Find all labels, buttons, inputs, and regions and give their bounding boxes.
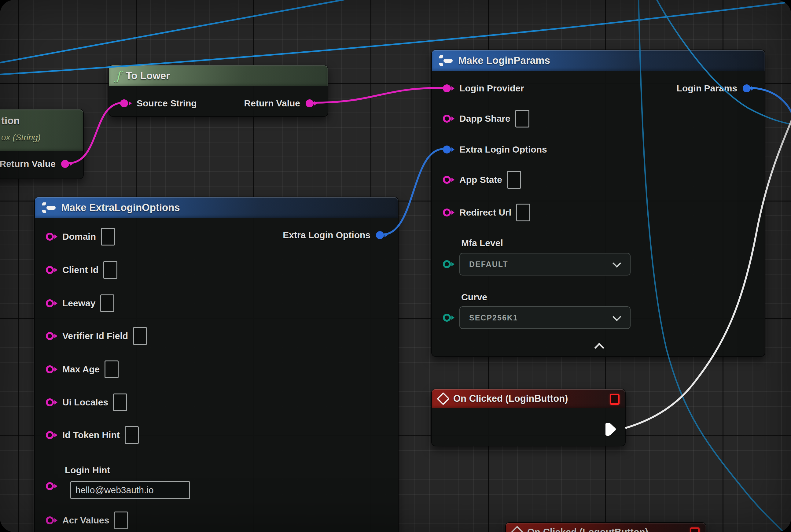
delegate-pin-icon[interactable] — [690, 527, 700, 532]
node-on-clicked-login-button[interactable]: On Clicked (LoginButton) — [431, 388, 626, 446]
input-pin-login-provider[interactable] — [442, 84, 455, 93]
chevron-down-icon — [613, 312, 621, 321]
blueprint-graph-canvas[interactable]: tion ox (String) Return Value ƒ To Lower… — [0, 0, 791, 532]
node-to-lower[interactable]: ƒ To Lower Source String Return Value — [109, 65, 328, 117]
input-pin-redirect-url[interactable] — [442, 208, 455, 217]
mfa-level-dropdown[interactable]: DEFAULT — [459, 253, 631, 276]
mfa-level-selected-value: DEFAULT — [469, 260, 508, 269]
input-pin-domain[interactable] — [45, 232, 57, 241]
pin-label-login-hint: Login Hint — [65, 465, 110, 475]
pin-label-app-state: App State — [459, 175, 502, 185]
pin-label-login-provider: Login Provider — [459, 83, 524, 94]
pin-label-redirect-url: Redirect Url — [459, 207, 512, 218]
client-id-value-box[interactable] — [103, 261, 117, 279]
dapp-share-value-box[interactable] — [515, 110, 529, 128]
node-title: On Clicked (LoginButton) — [453, 393, 568, 404]
node-make-login-params[interactable]: Make LoginParams Login Provider Login Pa… — [431, 50, 765, 357]
node-title: To Lower — [126, 70, 170, 82]
pin-label-extra-login-options-out: Extra Login Options — [283, 230, 370, 240]
node-title: On Clicked (LogoutButton) — [527, 527, 648, 532]
curve-label: Curve — [461, 292, 487, 302]
input-pin-leeway[interactable] — [45, 299, 57, 308]
pin-label-login-params: Login Params — [677, 83, 737, 94]
id-token-hint-value-box[interactable] — [125, 426, 139, 444]
pin-label-domain: Domain — [62, 231, 96, 242]
input-pin-id-token-hint[interactable] — [45, 431, 57, 439]
make-struct-icon — [439, 54, 453, 66]
wire-magenta-tolower-to-loginprovider[interactable] — [312, 88, 444, 103]
pin-label-client-id: Client Id — [62, 265, 98, 275]
node-header[interactable]: Make LoginParams — [432, 50, 765, 71]
delegate-pin-icon[interactable] — [610, 394, 619, 405]
node-subtitle-fragment: ox (String) — [1, 133, 41, 142]
app-state-value-box[interactable] — [507, 171, 521, 189]
blueprint-editor: tion ox (String) Return Value ƒ To Lower… — [0, 0, 791, 532]
pin-label-max-age: Max Age — [62, 364, 100, 375]
pin-label-dapp-share: Dapp Share — [459, 113, 510, 124]
max-age-value-box[interactable] — [104, 360, 119, 378]
exec-output-pin[interactable] — [605, 423, 616, 436]
input-pin-extra-login-options[interactable] — [442, 145, 455, 154]
node-on-clicked-logout-button[interactable]: On Clicked (LogoutButton) — [505, 522, 706, 532]
make-struct-icon — [42, 202, 56, 214]
input-pin-login-hint[interactable] — [45, 482, 57, 490]
pin-label-ui-locales: Ui Locales — [62, 397, 108, 407]
function-icon: ƒ — [116, 70, 120, 82]
leeway-value-box[interactable] — [100, 294, 114, 312]
ui-locales-value-box[interactable] — [113, 394, 127, 411]
collapse-node-chevron-icon[interactable] — [594, 343, 604, 353]
node-title: Make ExtraLoginOptions — [61, 202, 180, 213]
pin-label-verifier-id-field: Verifier Id Field — [62, 331, 128, 341]
node-title: Make LoginParams — [458, 55, 550, 66]
wire-blue-top-a[interactable] — [0, 0, 352, 63]
curve-selected-value: SECP256K1 — [469, 314, 518, 322]
pin-label-acr-values: Acr Values — [62, 515, 109, 526]
node-text-box-partial[interactable]: tion ox (String) Return Value — [0, 109, 84, 179]
chevron-down-icon — [613, 259, 621, 268]
input-pin-curve[interactable] — [442, 314, 455, 322]
mfa-level-label: Mfa Level — [461, 238, 503, 248]
pin-label-extra-login-options: Extra Login Options — [459, 144, 547, 155]
verifier-id-field-value-box[interactable] — [133, 327, 147, 345]
input-pin-mfa-level[interactable] — [442, 260, 455, 268]
input-pin-dapp-share[interactable] — [442, 114, 455, 123]
node-header[interactable]: Make ExtraLoginOptions — [35, 197, 398, 218]
event-diamond-icon — [511, 526, 524, 532]
node-title-fragment: tion — [1, 115, 20, 127]
node-make-extra-login-options[interactable]: Make ExtraLoginOptions Domain Client Id … — [34, 196, 399, 532]
redirect-url-value-box[interactable] — [516, 204, 530, 221]
node-header[interactable]: On Clicked (LogoutButton) — [506, 523, 706, 532]
pin-label-return-value: Return Value — [0, 159, 56, 169]
input-pin-max-age[interactable] — [45, 365, 57, 374]
curve-dropdown[interactable]: SECP256K1 — [459, 306, 631, 329]
pin-label-source-string: Source String — [137, 98, 197, 109]
input-pin-ui-locales[interactable] — [45, 398, 57, 407]
node-header[interactable]: On Clicked (LoginButton) — [432, 389, 625, 408]
input-pin-client-id[interactable] — [45, 266, 57, 274]
pin-label-return-value: Return Value — [244, 98, 300, 109]
input-pin-acr-values[interactable] — [45, 516, 57, 525]
acr-values-value-box[interactable] — [114, 512, 128, 529]
domain-value-box[interactable] — [101, 228, 115, 246]
pin-label-id-token-hint: Id Token Hint — [62, 430, 120, 440]
input-pin-app-state[interactable] — [442, 175, 455, 184]
pin-label-leeway: Leeway — [62, 298, 95, 308]
login-hint-input[interactable] — [70, 481, 190, 499]
input-pin-verifier-id-field[interactable] — [45, 332, 57, 340]
event-diamond-icon — [437, 392, 449, 405]
node-header[interactable]: ƒ To Lower — [109, 65, 328, 86]
